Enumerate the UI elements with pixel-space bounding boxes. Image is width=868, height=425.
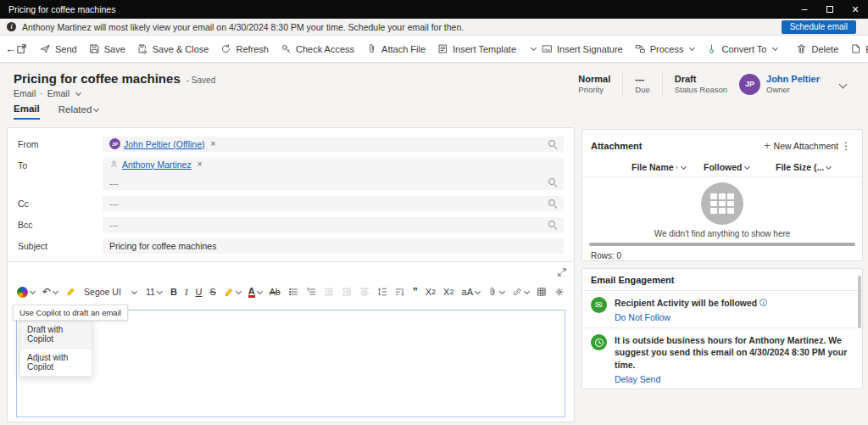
insert-template-button[interactable]: Insert Template xyxy=(431,39,522,59)
entity-type: Email xyxy=(14,88,36,98)
form-selector[interactable]: Email xyxy=(47,88,70,98)
from-field[interactable]: JP John Peltier (Offline) xyxy=(103,137,564,152)
blockquote-button[interactable]: ” xyxy=(410,284,420,299)
clear-format-button[interactable]: Ab xyxy=(267,285,283,299)
insert-link-button[interactable] xyxy=(509,285,531,299)
subject-field[interactable]: Pricing for coffee machines xyxy=(103,238,564,254)
sort-button[interactable] xyxy=(392,285,408,299)
superscript-button[interactable]: X2 xyxy=(441,285,456,299)
cc-field[interactable]: --- xyxy=(103,196,564,211)
tab-related[interactable]: Related xyxy=(58,103,99,120)
save-button[interactable]: Save xyxy=(83,39,131,59)
insert-table-button[interactable] xyxy=(534,285,549,299)
info-icon[interactable]: i xyxy=(760,299,767,306)
email-a-link-button[interactable]: Email a Link xyxy=(844,39,868,59)
attach-file-icon xyxy=(366,43,377,54)
menu-item-adjust-with-copilot[interactable]: Adjust with Copilot xyxy=(20,349,92,376)
underline-button[interactable]: U xyxy=(193,285,205,299)
more-vertical-icon xyxy=(841,140,851,152)
strikethrough-button[interactable]: S xyxy=(208,285,219,299)
engagement-item-delay-send: It is outside business hours for Anthony… xyxy=(582,328,862,389)
insert-signature-label: Insert Signature xyxy=(557,44,623,54)
new-attachment-button[interactable]: New Attachment xyxy=(765,140,838,152)
tab-email[interactable]: Email xyxy=(14,103,40,120)
line-spacing-button[interactable] xyxy=(375,285,390,299)
to-recipient-link[interactable]: Anthony Martinez xyxy=(122,159,192,170)
outdent-button xyxy=(321,285,337,299)
priority-field: Normal Priority xyxy=(578,74,610,94)
sort-icon xyxy=(395,287,405,297)
subscript-button[interactable]: X2 xyxy=(423,285,438,299)
from-recipient-link[interactable]: John Peltier (Offline) xyxy=(124,139,205,149)
engagement-title: Email Engagement xyxy=(582,269,862,291)
bcc-field[interactable]: --- xyxy=(103,217,564,232)
refresh-button[interactable]: Refresh xyxy=(214,39,275,59)
attach-file-button[interactable]: Attach File xyxy=(360,39,431,59)
search-icon[interactable] xyxy=(548,139,557,148)
vertical-scrollbar[interactable] xyxy=(858,276,861,328)
send-button[interactable]: Send xyxy=(34,39,83,59)
to-field[interactable]: Anthony Martinez --- xyxy=(103,158,564,190)
status-reason-label: Status Reason xyxy=(675,85,727,94)
empty-grid-icon xyxy=(701,182,743,225)
search-icon[interactable] xyxy=(548,220,557,229)
column-file-size[interactable]: File Size (... xyxy=(776,162,854,172)
do-not-follow-link[interactable]: Do Not Follow xyxy=(615,312,767,322)
save-close-label: Save & Close xyxy=(153,44,209,54)
column-file-name[interactable]: File Name xyxy=(632,162,704,172)
close-button[interactable] xyxy=(843,0,868,19)
editor-settings-button[interactable] xyxy=(552,285,567,299)
schedule-email-button[interactable]: Schedule email xyxy=(782,20,856,34)
attach-file-label: Attach File xyxy=(381,44,426,54)
delete-button[interactable]: Delete xyxy=(790,39,844,59)
rows-count: Rows: 0 xyxy=(582,246,862,260)
expand-editor-icon[interactable] xyxy=(557,267,567,277)
process-button[interactable]: Process xyxy=(629,39,701,59)
bullet-list-button[interactable] xyxy=(286,285,301,299)
email-a-link-icon xyxy=(850,43,861,54)
insert-signature-button[interactable]: Insert Signature xyxy=(536,39,629,59)
undo-button[interactable] xyxy=(40,284,60,299)
font-color-button[interactable]: A xyxy=(246,285,264,299)
highlight-button[interactable] xyxy=(221,285,243,299)
maximize-button[interactable] xyxy=(817,0,843,19)
from-label: From xyxy=(18,137,103,149)
column-followed[interactable]: Followed xyxy=(704,162,776,172)
contact-icon xyxy=(109,159,119,169)
remove-recipient-icon[interactable] xyxy=(211,139,216,148)
tab-bar: Email Related xyxy=(14,103,98,120)
search-icon[interactable] xyxy=(548,199,557,208)
header-collapse-chevron[interactable] xyxy=(839,80,848,88)
attachment-section: Attachment New Attachment File Name Foll… xyxy=(581,129,863,261)
owner-field[interactable]: JP John Peltier Owner xyxy=(739,74,820,95)
numbered-list-button[interactable] xyxy=(303,285,319,299)
remove-recipient-icon[interactable] xyxy=(198,159,203,169)
font-family-select[interactable]: Segoe UI xyxy=(81,285,140,299)
delay-send-link[interactable]: Delay Send xyxy=(615,374,852,384)
menu-item-draft-with-copilot[interactable]: Draft with Copilot xyxy=(20,321,92,349)
convert-to-button[interactable]: Convert To xyxy=(700,39,783,59)
search-icon[interactable] xyxy=(548,177,557,187)
copilot-icon xyxy=(17,287,28,298)
save-close-button[interactable]: Save & Close xyxy=(131,39,215,59)
insert-attachment-button[interactable] xyxy=(485,285,507,299)
copilot-button[interactable] xyxy=(14,285,37,299)
subscript-icon: 2 xyxy=(431,288,436,296)
check-access-button[interactable]: Check Access xyxy=(275,39,360,59)
format-painter-button[interactable] xyxy=(63,285,78,299)
email-body-input[interactable] xyxy=(16,310,565,417)
chevron-down-icon xyxy=(30,288,36,294)
chevron-down-icon xyxy=(75,89,81,95)
font-size-select[interactable]: 11 xyxy=(142,285,165,299)
popout-button[interactable] xyxy=(16,39,27,59)
bold-button[interactable]: B xyxy=(168,285,180,299)
owner-name[interactable]: John Peltier xyxy=(766,74,820,84)
italic-button[interactable]: I xyxy=(182,285,191,299)
chevron-down-icon xyxy=(236,288,242,294)
attachment-more-button[interactable] xyxy=(838,136,854,156)
back-button[interactable] xyxy=(5,39,16,59)
change-case-button[interactable]: aA xyxy=(459,285,482,299)
overflow-chevron-button[interactable] xyxy=(529,39,536,59)
minimize-button[interactable] xyxy=(792,0,817,19)
subject-value: Pricing for coffee machines xyxy=(109,241,216,251)
